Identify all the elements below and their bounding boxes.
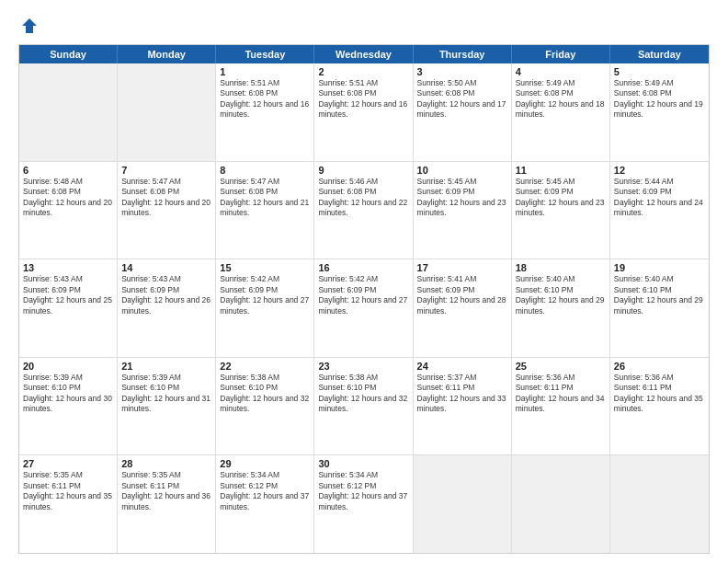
- calendar-cell: [118, 63, 216, 161]
- cell-info: Sunrise: 5:44 AM Sunset: 6:09 PM Dayligh…: [614, 177, 705, 219]
- calendar-cell: 18Sunrise: 5:40 AM Sunset: 6:10 PM Dayli…: [512, 259, 610, 357]
- cell-info: Sunrise: 5:34 AM Sunset: 6:12 PM Dayligh…: [220, 470, 310, 512]
- day-number: 30: [318, 458, 408, 469]
- day-number: 5: [614, 66, 705, 77]
- calendar-cell: 22Sunrise: 5:38 AM Sunset: 6:10 PM Dayli…: [216, 358, 314, 455]
- calendar-cell: 26Sunrise: 5:36 AM Sunset: 6:11 PM Dayli…: [610, 358, 709, 455]
- calendar-cell: 21Sunrise: 5:39 AM Sunset: 6:10 PM Dayli…: [118, 358, 216, 455]
- day-number: 28: [121, 458, 211, 469]
- cell-info: Sunrise: 5:43 AM Sunset: 6:09 PM Dayligh…: [121, 274, 211, 316]
- cell-info: Sunrise: 5:35 AM Sunset: 6:11 PM Dayligh…: [23, 470, 113, 512]
- calendar-cell: 14Sunrise: 5:43 AM Sunset: 6:09 PM Dayli…: [118, 259, 216, 357]
- calendar-cell: 29Sunrise: 5:34 AM Sunset: 6:12 PM Dayli…: [216, 455, 314, 553]
- day-number: 22: [220, 361, 310, 372]
- day-number: 12: [614, 165, 705, 176]
- cell-info: Sunrise: 5:38 AM Sunset: 6:10 PM Dayligh…: [318, 373, 408, 415]
- day-number: 26: [614, 361, 705, 372]
- day-number: 18: [516, 262, 606, 273]
- cell-info: Sunrise: 5:35 AM Sunset: 6:11 PM Dayligh…: [121, 470, 211, 512]
- day-number: 8: [220, 165, 310, 176]
- cell-info: Sunrise: 5:36 AM Sunset: 6:11 PM Dayligh…: [614, 373, 705, 415]
- cell-info: Sunrise: 5:36 AM Sunset: 6:11 PM Dayligh…: [516, 373, 606, 415]
- cell-info: Sunrise: 5:41 AM Sunset: 6:09 PM Dayligh…: [417, 274, 507, 316]
- weekday-header-sunday: Sunday: [19, 45, 118, 63]
- weekday-header-tuesday: Tuesday: [216, 45, 314, 63]
- weekday-header-wednesday: Wednesday: [314, 45, 413, 63]
- day-number: 14: [121, 262, 211, 273]
- calendar-cell: 25Sunrise: 5:36 AM Sunset: 6:11 PM Dayli…: [512, 358, 610, 455]
- calendar-body: 1Sunrise: 5:51 AM Sunset: 6:08 PM Daylig…: [19, 63, 709, 553]
- calendar-cell: 27Sunrise: 5:35 AM Sunset: 6:11 PM Dayli…: [19, 455, 118, 553]
- day-number: 13: [23, 262, 113, 273]
- cell-info: Sunrise: 5:42 AM Sunset: 6:09 PM Dayligh…: [220, 274, 310, 316]
- day-number: 6: [23, 165, 113, 176]
- calendar-cell: 9Sunrise: 5:46 AM Sunset: 6:08 PM Daylig…: [314, 162, 413, 259]
- calendar-cell: 10Sunrise: 5:45 AM Sunset: 6:09 PM Dayli…: [414, 162, 512, 259]
- calendar-row-4: 27Sunrise: 5:35 AM Sunset: 6:11 PM Dayli…: [19, 454, 709, 553]
- calendar-cell: 30Sunrise: 5:34 AM Sunset: 6:12 PM Dayli…: [314, 455, 413, 553]
- cell-info: Sunrise: 5:47 AM Sunset: 6:08 PM Dayligh…: [121, 177, 211, 219]
- calendar-cell: [414, 455, 512, 553]
- header: [18, 17, 710, 35]
- cell-info: Sunrise: 5:39 AM Sunset: 6:10 PM Dayligh…: [121, 373, 211, 415]
- weekday-header-saturday: Saturday: [610, 45, 709, 63]
- cell-info: Sunrise: 5:49 AM Sunset: 6:08 PM Dayligh…: [614, 78, 705, 121]
- calendar-cell: 5Sunrise: 5:49 AM Sunset: 6:08 PM Daylig…: [610, 63, 709, 161]
- cell-info: Sunrise: 5:34 AM Sunset: 6:12 PM Dayligh…: [318, 470, 408, 512]
- calendar-cell: 16Sunrise: 5:42 AM Sunset: 6:09 PM Dayli…: [314, 259, 413, 357]
- day-number: 27: [23, 458, 113, 469]
- cell-info: Sunrise: 5:51 AM Sunset: 6:08 PM Dayligh…: [318, 78, 408, 121]
- day-number: 19: [614, 262, 705, 273]
- calendar-row-2: 13Sunrise: 5:43 AM Sunset: 6:09 PM Dayli…: [19, 259, 709, 357]
- calendar-cell: [512, 455, 610, 553]
- day-number: 7: [121, 165, 211, 176]
- weekday-header-thursday: Thursday: [414, 45, 512, 63]
- calendar-cell: 3Sunrise: 5:50 AM Sunset: 6:08 PM Daylig…: [414, 63, 512, 161]
- calendar-cell: 17Sunrise: 5:41 AM Sunset: 6:09 PM Dayli…: [414, 259, 512, 357]
- weekday-header-friday: Friday: [512, 45, 610, 63]
- cell-info: Sunrise: 5:43 AM Sunset: 6:09 PM Dayligh…: [23, 274, 113, 316]
- cell-info: Sunrise: 5:40 AM Sunset: 6:10 PM Dayligh…: [614, 274, 705, 316]
- logo-icon: [20, 17, 39, 35]
- calendar-cell: 13Sunrise: 5:43 AM Sunset: 6:09 PM Dayli…: [19, 259, 118, 357]
- calendar-cell: 1Sunrise: 5:51 AM Sunset: 6:08 PM Daylig…: [216, 63, 314, 161]
- day-number: 4: [516, 66, 606, 77]
- cell-info: Sunrise: 5:45 AM Sunset: 6:09 PM Dayligh…: [516, 177, 606, 219]
- calendar-cell: 6Sunrise: 5:48 AM Sunset: 6:08 PM Daylig…: [19, 162, 118, 259]
- day-number: 9: [318, 165, 408, 176]
- cell-info: Sunrise: 5:48 AM Sunset: 6:08 PM Dayligh…: [23, 177, 113, 219]
- day-number: 1: [220, 66, 310, 77]
- calendar-cell: 15Sunrise: 5:42 AM Sunset: 6:09 PM Dayli…: [216, 259, 314, 357]
- day-number: 15: [220, 262, 310, 273]
- day-number: 29: [220, 458, 310, 469]
- calendar-row-1: 6Sunrise: 5:48 AM Sunset: 6:08 PM Daylig…: [19, 161, 709, 259]
- day-number: 25: [516, 361, 606, 372]
- day-number: 11: [516, 165, 606, 176]
- cell-info: Sunrise: 5:42 AM Sunset: 6:09 PM Dayligh…: [318, 274, 408, 316]
- calendar-cell: 12Sunrise: 5:44 AM Sunset: 6:09 PM Dayli…: [610, 162, 709, 259]
- day-number: 3: [417, 66, 507, 77]
- calendar-header: SundayMondayTuesdayWednesdayThursdayFrid…: [19, 45, 709, 63]
- cell-info: Sunrise: 5:51 AM Sunset: 6:08 PM Dayligh…: [220, 78, 310, 121]
- logo: [18, 17, 39, 35]
- day-number: 10: [417, 165, 507, 176]
- day-number: 23: [318, 361, 408, 372]
- calendar-cell: 8Sunrise: 5:47 AM Sunset: 6:08 PM Daylig…: [216, 162, 314, 259]
- calendar-cell: 20Sunrise: 5:39 AM Sunset: 6:10 PM Dayli…: [19, 358, 118, 455]
- cell-info: Sunrise: 5:38 AM Sunset: 6:10 PM Dayligh…: [220, 373, 310, 415]
- day-number: 17: [417, 262, 507, 273]
- calendar-cell: 24Sunrise: 5:37 AM Sunset: 6:11 PM Dayli…: [414, 358, 512, 455]
- calendar-cell: 2Sunrise: 5:51 AM Sunset: 6:08 PM Daylig…: [314, 63, 413, 161]
- calendar-row-3: 20Sunrise: 5:39 AM Sunset: 6:10 PM Dayli…: [19, 357, 709, 455]
- calendar-cell: [19, 63, 118, 161]
- calendar-cell: 19Sunrise: 5:40 AM Sunset: 6:10 PM Dayli…: [610, 259, 709, 357]
- cell-info: Sunrise: 5:49 AM Sunset: 6:08 PM Dayligh…: [516, 78, 606, 121]
- calendar-cell: 7Sunrise: 5:47 AM Sunset: 6:08 PM Daylig…: [118, 162, 216, 259]
- cell-info: Sunrise: 5:45 AM Sunset: 6:09 PM Dayligh…: [417, 177, 507, 219]
- calendar: SundayMondayTuesdayWednesdayThursdayFrid…: [18, 44, 710, 554]
- weekday-header-monday: Monday: [118, 45, 216, 63]
- day-number: 21: [121, 361, 211, 372]
- cell-info: Sunrise: 5:46 AM Sunset: 6:08 PM Dayligh…: [318, 177, 408, 219]
- calendar-cell: 4Sunrise: 5:49 AM Sunset: 6:08 PM Daylig…: [512, 63, 610, 161]
- day-number: 24: [417, 361, 507, 372]
